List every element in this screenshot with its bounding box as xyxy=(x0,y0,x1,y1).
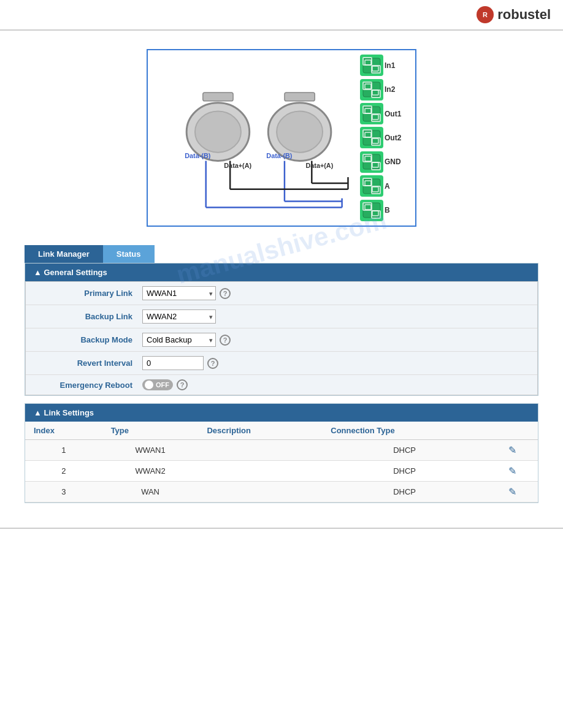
io-panel: In1 In2 xyxy=(360,50,415,226)
page-footer xyxy=(0,528,563,541)
io-row-a: A xyxy=(360,175,415,197)
backup-link-label: Backup Link xyxy=(38,312,142,321)
io-label-in2: In2 xyxy=(385,85,406,94)
logo: R robustel xyxy=(477,6,551,23)
backup-link-controls: WWAN1 WWAN2 WAN xyxy=(142,309,216,324)
link-settings-title: ▲ Link Settings xyxy=(34,408,94,417)
svg-rect-34 xyxy=(363,154,380,169)
primary-link-label: Primary Link xyxy=(38,289,142,298)
io-label-a: A xyxy=(385,182,406,191)
backup-link-select[interactable]: WWAN1 WWAN2 WAN xyxy=(142,309,216,324)
tab-status[interactable]: Status xyxy=(103,245,155,263)
svg-rect-24 xyxy=(372,66,378,71)
svg-rect-29 xyxy=(365,108,371,113)
svg-rect-38 xyxy=(365,181,371,186)
general-settings-section: ▲ General Settings Primary Link WWAN1 WW… xyxy=(25,263,538,396)
cell-index: 3 xyxy=(25,482,102,502)
svg-rect-26 xyxy=(365,84,371,89)
backup-mode-help-icon[interactable]: ? xyxy=(220,335,231,346)
cell-type: WWAN2 xyxy=(102,461,199,482)
svg-rect-23 xyxy=(365,60,371,65)
tabs: Link Manager Status xyxy=(25,245,538,263)
io-button-in1 xyxy=(360,55,383,76)
svg-rect-40 xyxy=(363,203,380,218)
svg-rect-7 xyxy=(285,93,315,101)
edit-icon[interactable]: ✎ xyxy=(508,466,516,476)
link-settings-table: Index Type Description Connection Type 1… xyxy=(25,422,538,502)
svg-text:Data+(A): Data+(A) xyxy=(224,162,251,169)
svg-rect-4 xyxy=(203,93,233,101)
diagram-area: Data-(B) Data+(A) Data-(B) Data+(A) In1 xyxy=(0,31,563,233)
cell-edit[interactable]: ✎ xyxy=(487,440,538,461)
io-row-out2: Out2 xyxy=(360,127,415,148)
io-row-b: B xyxy=(360,200,415,221)
svg-rect-37 xyxy=(363,179,380,194)
cell-type: WWAN1 xyxy=(102,440,199,461)
emergency-reboot-controls: OFF ? xyxy=(142,379,188,390)
cell-connection-type: DHCP xyxy=(322,461,487,482)
svg-text:Data+(A): Data+(A) xyxy=(305,162,333,169)
table-header-row: Index Type Description Connection Type xyxy=(25,422,538,440)
io-row-gnd: GND xyxy=(360,151,415,173)
table-row: 1 WWAN1 DHCP ✎ xyxy=(25,440,538,461)
primary-link-help-icon[interactable]: ? xyxy=(220,288,231,299)
svg-rect-33 xyxy=(372,138,378,143)
edit-icon[interactable]: ✎ xyxy=(508,487,516,497)
diagram-box: Data-(B) Data+(A) Data-(B) Data+(A) In1 xyxy=(147,49,416,227)
io-button-gnd xyxy=(360,151,383,173)
emergency-reboot-row: Emergency Reboot OFF ? xyxy=(26,375,537,395)
svg-text:R: R xyxy=(483,11,488,18)
io-row-out1: Out1 xyxy=(360,103,415,124)
edit-icon[interactable]: ✎ xyxy=(508,445,516,455)
svg-rect-25 xyxy=(363,82,380,97)
primary-link-select[interactable]: WWAN1 WWAN2 WAN xyxy=(142,286,216,300)
backup-mode-select-wrapper[interactable]: Cold Backup Hot Backup xyxy=(142,333,216,347)
primary-link-select-wrapper[interactable]: WWAN1 WWAN2 WAN xyxy=(142,286,216,300)
table-row: 3 WAN DHCP ✎ xyxy=(25,482,538,502)
cell-description xyxy=(198,461,322,482)
cell-edit[interactable]: ✎ xyxy=(487,482,538,502)
cell-description xyxy=(198,440,322,461)
revert-interval-input[interactable] xyxy=(142,356,204,370)
cell-type: WAN xyxy=(102,482,199,502)
svg-point-6 xyxy=(277,112,323,153)
emergency-reboot-label: Emergency Reboot xyxy=(38,381,142,390)
revert-interval-controls: ? xyxy=(142,356,218,370)
svg-point-3 xyxy=(195,112,241,153)
tab-link-manager[interactable]: Link Manager xyxy=(25,245,103,263)
logo-icon: R xyxy=(477,6,494,23)
io-row-in1: In1 xyxy=(360,55,415,76)
primary-link-controls: WWAN1 WWAN2 WAN ? xyxy=(142,286,231,300)
revert-interval-row: Revert Interval ? xyxy=(26,352,537,375)
toggle-circle xyxy=(145,381,153,389)
svg-rect-28 xyxy=(363,107,380,121)
io-button-out1 xyxy=(360,103,383,124)
backup-mode-select[interactable]: Cold Backup Hot Backup xyxy=(142,333,216,347)
toggle-label: OFF xyxy=(156,381,169,389)
link-settings-header: ▲ Link Settings xyxy=(25,404,538,422)
io-label-out2: Out2 xyxy=(385,134,406,142)
io-button-a xyxy=(360,175,383,197)
cell-edit[interactable]: ✎ xyxy=(487,461,538,482)
primary-link-row: Primary Link WWAN1 WWAN2 WAN ? xyxy=(26,282,537,305)
io-label-in1: In1 xyxy=(385,61,406,70)
svg-rect-36 xyxy=(372,162,378,167)
svg-text:Data-(B): Data-(B) xyxy=(266,152,293,159)
emergency-reboot-help-icon[interactable]: ? xyxy=(177,379,188,390)
emergency-reboot-toggle[interactable]: OFF xyxy=(142,379,173,390)
backup-link-select-wrapper[interactable]: WWAN1 WWAN2 WAN xyxy=(142,309,216,324)
general-settings-title: ▲ General Settings xyxy=(34,268,107,277)
link-settings-section: ▲ Link Settings Index Type Description C… xyxy=(25,403,538,503)
table-row: 2 WWAN2 DHCP ✎ xyxy=(25,461,538,482)
link-table-body: 1 WWAN1 DHCP ✎ 2 WWAN2 DHCP ✎ 3 WAN DHCP… xyxy=(25,440,538,502)
cell-description xyxy=(198,482,322,502)
svg-rect-27 xyxy=(372,90,378,95)
logo-text: robustel xyxy=(497,7,551,23)
cell-index: 1 xyxy=(25,440,102,461)
svg-rect-32 xyxy=(365,132,371,137)
svg-rect-30 xyxy=(372,115,378,119)
col-type: Type xyxy=(102,422,199,440)
revert-interval-help-icon[interactable]: ? xyxy=(207,358,218,369)
io-label-b: B xyxy=(385,206,406,214)
cell-connection-type: DHCP xyxy=(322,440,487,461)
